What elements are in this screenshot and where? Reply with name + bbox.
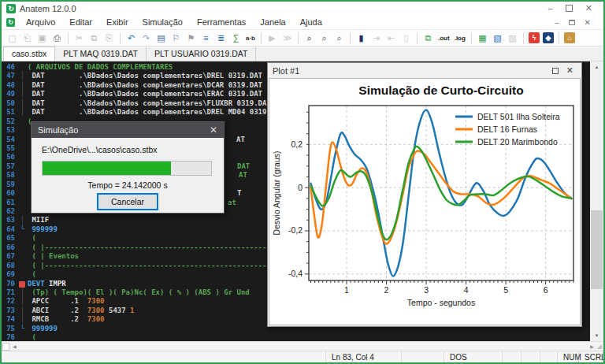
maximize-button[interactable]: [566, 5, 573, 12]
toolbar-ab-text-button[interactable]: a·b: [244, 32, 257, 45]
menu-ferramentas[interactable]: Ferramentas: [190, 16, 253, 28]
fold-margin: [17, 136, 28, 144]
svg-text:Simulação de Curto-Circuito: Simulação de Curto-Circuito: [358, 84, 523, 97]
plot-close-button[interactable]: ✕: [566, 65, 573, 76]
tab-plt-usuario-0319-dat[interactable]: PLT USUARIO 0319.DAT: [147, 47, 256, 61]
close-button[interactable]: ✕: [585, 4, 592, 13]
toolbar-table-icon[interactable]: ▦: [476, 32, 489, 45]
toolbar-search-icon[interactable]: ⌕: [302, 32, 316, 45]
line-number: 55: [2, 144, 17, 153]
menu-exibir[interactable]: Exibir: [99, 16, 135, 28]
menu-simulacao[interactable]: Simulação: [135, 16, 190, 28]
scroll-up-icon[interactable]: ▲: [595, 61, 599, 72]
status-cell: [503, 351, 521, 362]
toolbar-redo-icon[interactable]: ↷: [139, 32, 153, 45]
toolbar-undo-icon[interactable]: ↶: [124, 32, 138, 45]
toolbar-bookmark-icon[interactable]: ▮: [354, 32, 368, 45]
toolbar-run-fault-icon[interactable]: ϟ: [529, 32, 540, 43]
scroll-right-icon[interactable]: ▶: [587, 344, 597, 349]
toolbar-image-icon[interactable]: ▨: [506, 32, 519, 45]
toolbar-network-tool-icon[interactable]: ◆: [543, 32, 554, 43]
menu-ajuda[interactable]: Ajuda: [293, 16, 329, 28]
status-cell: [521, 351, 540, 362]
svg-text:4: 4: [464, 285, 469, 295]
line-number: 65: [2, 234, 17, 243]
toolbar-play-icon[interactable]: ▶: [265, 32, 279, 45]
title-bar: ↻ Anatem 12.0.0 – ✕: [2, 2, 603, 15]
toolbar-new-file-icon[interactable]: ▢: [6, 32, 19, 45]
line-number: 72: [2, 297, 17, 306]
toolbar-plot-image-icon[interactable]: ▧: [491, 32, 504, 45]
line-number: 73: [2, 306, 17, 315]
toolbar-tag-icon[interactable]: ⚐: [169, 32, 183, 45]
dialog-titlebar[interactable]: Simulação ✕: [32, 122, 224, 138]
line-number: 56: [2, 153, 17, 162]
scroll-down-icon[interactable]: ▼: [595, 330, 599, 341]
toolbar-copy-pages-icon[interactable]: ⧉: [421, 32, 435, 45]
toolbar-search-back-icon[interactable]: ⌕: [332, 32, 346, 45]
mdi-close-button[interactable]: ✕: [585, 18, 591, 27]
line-number: 53: [2, 126, 17, 135]
toolbar-bookmark-next-icon[interactable]: ⇥: [369, 32, 383, 45]
tab-plt-maq-0319-dat[interactable]: PLT MAQ 0319.DAT: [55, 47, 147, 61]
tab-caso-stbx[interactable]: caso.stbx: [3, 46, 55, 61]
fold-margin: │: [17, 90, 28, 98]
line-number: 57: [2, 162, 17, 171]
plot-restore-button[interactable]: [552, 68, 559, 74]
menu-arquivo[interactable]: Arquivo: [19, 16, 62, 28]
minimize-button[interactable]: –: [548, 4, 553, 13]
toolbar-open-file-icon[interactable]: ⎗: [20, 32, 34, 45]
occluded-text-fragment: AT: [236, 136, 245, 144]
toolbar-tag-clear-icon[interactable]: ⚑: [184, 32, 198, 45]
fold-margin: [17, 153, 28, 162]
toolbar-sum-document-icon[interactable]: ∑: [229, 32, 243, 45]
toolbar-indent-list-icon[interactable]: ≣: [214, 32, 228, 45]
mdi-restore-button[interactable]: [569, 20, 575, 25]
toolbar-lock-icon[interactable]: ⌂: [564, 32, 575, 43]
toolbar-cut-icon[interactable]: ✂: [72, 32, 86, 45]
scroll-left-icon[interactable]: ◀: [9, 344, 20, 349]
svg-text:-0,4: -0,4: [288, 269, 302, 278]
svg-text:DELT 20 Marimbondo: DELT 20 Marimbondo: [477, 137, 558, 147]
svg-text:-0,2: -0,2: [288, 225, 302, 235]
toolbar-print-icon[interactable]: ⎙: [50, 32, 64, 45]
toolbar-log-file-button[interactable]: .log: [453, 32, 467, 45]
simulation-time-label: Tempo = 24.142000 s: [42, 180, 213, 190]
toolbar-out-file-button[interactable]: .out: [436, 32, 451, 45]
fold-margin: │: [17, 81, 28, 90]
toolbar-document-info-icon[interactable]: ▤: [154, 32, 168, 45]
svg-text:3: 3: [424, 285, 429, 295]
menu-editar[interactable]: Editar: [62, 16, 99, 28]
vertical-scrollbar-thumb[interactable]: [591, 210, 603, 289]
vertical-scrollbar[interactable]: ▲ ▼: [590, 61, 603, 341]
plot-window-title: Plot #1: [273, 66, 299, 76]
fold-margin: │: [17, 315, 28, 324]
horizontal-scrollbar[interactable]: ◀ ▶ ◢: [2, 341, 603, 351]
line-content: (: [28, 333, 590, 341]
toolbar-list-icon[interactable]: ≡: [199, 32, 213, 45]
toolbar-save-file-icon[interactable]: ▣: [35, 32, 49, 45]
chart: 1234560,20-0,2-0,4Simulação de Curto-Cir…: [269, 79, 581, 325]
line-number: 62: [2, 207, 17, 216]
toolbar-bookmark-clear-icon[interactable]: ▯: [399, 32, 413, 45]
toolbar-copy-icon[interactable]: ⧉: [87, 32, 101, 45]
splitter-box[interactable]: [2, 343, 9, 351]
toolbar-paste-icon[interactable]: ⎘: [102, 32, 116, 45]
toolbar-separator: [471, 32, 472, 44]
plot-window-titlebar[interactable]: Plot #1 ✕: [268, 63, 581, 78]
toolbar-bookmark-prev-icon[interactable]: ⇤: [384, 32, 398, 45]
toolbar-search-forward-icon[interactable]: ⌕: [317, 32, 331, 45]
dialog-close-icon[interactable]: ✕: [210, 124, 217, 136]
line-number: 49: [2, 90, 17, 98]
menu-janela[interactable]: Janela: [253, 16, 292, 28]
cancel-button[interactable]: Cancelar: [98, 194, 158, 210]
occluded-text-fragment: AT: [239, 171, 247, 180]
plot-client-area: 1234560,20-0,2-0,4Simulação de Curto-Cir…: [269, 78, 581, 325]
fold-margin: │: [17, 288, 28, 297]
mdi-minimize-button[interactable]: –: [555, 18, 559, 27]
resize-grip[interactable]: ◢: [597, 343, 603, 350]
occluded-text-fragment: at: [228, 199, 236, 207]
toolbar-fast-forward-icon[interactable]: ≫: [280, 32, 294, 45]
line-number: 54: [2, 136, 17, 144]
fold-margin: │: [17, 99, 28, 108]
